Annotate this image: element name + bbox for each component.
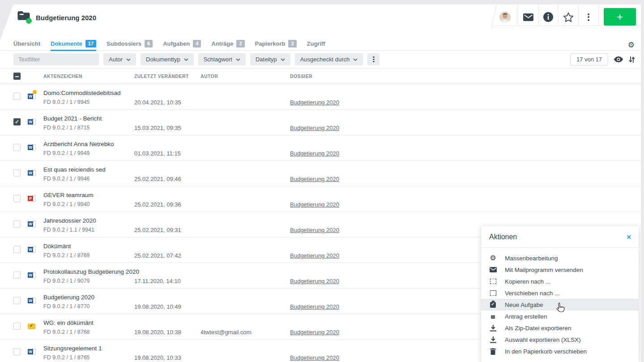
- document-title[interactable]: Arztbericht Anna Netrebko: [43, 141, 114, 147]
- row-checkbox[interactable]: [13, 220, 21, 228]
- dossier-link[interactable]: Budgetierung 2020: [290, 125, 339, 131]
- dossier-folder-icon: [17, 11, 30, 22]
- tab-label: Aufgaben: [163, 40, 190, 47]
- document-title[interactable]: Budget 2021 - Bericht: [43, 115, 102, 122]
- info-button[interactable]: [538, 4, 559, 26]
- word-file-icon: W: [28, 220, 36, 228]
- document-title[interactable]: Est quas reiciendis sed: [43, 166, 106, 173]
- select-all-checkbox[interactable]: [13, 73, 21, 80]
- dossier-link[interactable]: Budgetierung 2020: [290, 329, 339, 336]
- menu-item-kopieren[interactable]: Kopieren nach ...: [481, 276, 639, 287]
- document-title[interactable]: Protokollauszug Budgetierung 2020: [43, 268, 139, 275]
- word-file-icon: W: [28, 169, 36, 177]
- favorite-button[interactable]: [559, 4, 579, 26]
- tab-zugriff[interactable]: Zugriff: [307, 37, 325, 51]
- settings-gear-icon[interactable]: [628, 40, 635, 50]
- row-checkbox[interactable]: [13, 144, 21, 151]
- row-checkbox[interactable]: [13, 93, 21, 100]
- move-icon: [489, 290, 497, 296]
- document-reference: FD 9.0.2 / 1 / 8765: [43, 354, 90, 361]
- table-row[interactable]: W Budget 2021 - Bericht FD 9.0.2 / 1 / 8…: [0, 110, 641, 135]
- filter-schlagwort[interactable]: Schlagwort: [198, 53, 246, 65]
- filter-autor[interactable]: Autor: [103, 53, 136, 65]
- column-header: AKTENZEICHEN: [43, 73, 82, 79]
- menu-item-xlsx-export[interactable]: Auswahl exportieren (XLSX): [481, 334, 639, 345]
- row-checkbox[interactable]: [13, 297, 21, 304]
- header-wedge: [0, 4, 13, 40]
- dossier-link[interactable]: Budgetierung 2020: [290, 99, 339, 106]
- table-header: AKTENZEICHEN ZULETZT VERÄNDERT AUTOR DOS…: [0, 68, 641, 84]
- row-checkbox[interactable]: [13, 272, 21, 279]
- row-checkbox[interactable]: [13, 246, 21, 253]
- table-row[interactable]: P GEVER teamraum FD 9.0.2 / 1 / 9940 25.…: [0, 186, 641, 212]
- tab-dokumente[interactable]: Dokumente 17: [51, 37, 96, 51]
- row-checkbox[interactable]: [13, 118, 21, 125]
- row-checkbox[interactable]: [13, 195, 21, 202]
- download-icon: [489, 336, 497, 343]
- dossier-link[interactable]: Budgetierung 2020: [290, 150, 339, 157]
- add-button[interactable]: +: [604, 8, 636, 26]
- menu-item-label: Antrag erstellen: [505, 313, 547, 320]
- menu-item-massenbearbeitung[interactable]: Massenbearbeitung: [481, 252, 639, 264]
- dossier-link[interactable]: Budgetierung 2020: [290, 303, 339, 310]
- document-reference: FD 9.0.2 / 1 / 8768: [43, 329, 90, 335]
- modified-date: 25.02.2021, 09:46: [134, 176, 181, 182]
- tab-papierkorb[interactable]: Papierkorb 2: [255, 37, 297, 51]
- document-title[interactable]: Domo:Commodiistedebitisad: [43, 90, 121, 96]
- tab-antraege[interactable]: Anträge 2: [211, 37, 244, 51]
- document-reference: FD 9.0.2 / 1.1 / 9941: [43, 227, 94, 233]
- tab-aufgaben[interactable]: Aufgaben 4: [163, 37, 201, 51]
- tab-label: Übersicht: [13, 40, 40, 47]
- dossier-link[interactable]: Budgetierung 2020: [290, 278, 339, 284]
- table-row[interactable]: W Domo:Commodiistedebitisad FD 9.0.2 / 1…: [0, 84, 641, 110]
- dossier-link[interactable]: Budgetierung 2020: [290, 176, 339, 182]
- sort-icon[interactable]: [629, 56, 635, 63]
- menu-item-label: Kopieren nach ...: [505, 278, 550, 285]
- page-title: Budgetierung 2020: [36, 13, 96, 23]
- table-row[interactable]: W Est quas reiciendis sed FD 9.0.2 / 1 /…: [0, 161, 641, 186]
- mouse-cursor: [555, 302, 566, 316]
- dossier-link[interactable]: Budgetierung 2020: [290, 201, 339, 208]
- row-checkbox[interactable]: [13, 348, 21, 355]
- menu-item-verschieben[interactable]: Verschieben nach ...: [481, 287, 639, 299]
- menu-item-mailprogramm[interactable]: Mit Mailprogramm versenden: [481, 264, 639, 276]
- text-filter-input[interactable]: [13, 53, 99, 65]
- tab-subdossiers[interactable]: Subdossiers 6: [107, 37, 153, 51]
- filter-label: Dokumenttyp: [146, 56, 180, 63]
- document-reference: FD 9.0.2 / 1 / 8770: [43, 303, 90, 310]
- dossier-link[interactable]: Budgetierung 2020: [290, 227, 339, 233]
- tab-count-badge: 17: [85, 40, 96, 47]
- document-title[interactable]: Budgetierung 2020: [43, 294, 94, 301]
- modified-date: 25.02.2021, 09:36: [134, 201, 181, 208]
- mail-button[interactable]: [518, 4, 538, 26]
- dossier-link[interactable]: Budgetierung 2020: [290, 354, 339, 361]
- tab-label: Zugriff: [307, 40, 325, 47]
- document-title[interactable]: GEVER teamraum: [43, 192, 94, 198]
- tab-count-badge: 6: [145, 40, 153, 47]
- avatar-button[interactable]: [492, 4, 518, 26]
- tab-count-badge: 2: [288, 40, 296, 47]
- more-actions-button[interactable]: [579, 4, 599, 26]
- menu-item-zip-export[interactable]: Als Zip-Datei exportieren: [481, 322, 639, 334]
- filter-ausgecheckt-durch[interactable]: Ausgecheckt durch: [295, 53, 363, 65]
- dossier-link[interactable]: Budgetierung 2020: [290, 252, 339, 259]
- document-reference: FD 9.0.2 / 1 / 9949: [43, 150, 90, 156]
- filter-dateityp[interactable]: Dateityp: [250, 53, 290, 65]
- menu-item-papierkorb[interactable]: In den Papierkorb verschieben: [481, 345, 639, 357]
- document-title[interactable]: Jahresdossier 2020: [43, 217, 96, 224]
- document-title[interactable]: Sitzungsregelement 1: [43, 345, 102, 352]
- eye-icon[interactable]: [614, 56, 623, 62]
- row-checkbox[interactable]: [13, 169, 21, 177]
- close-icon[interactable]: ✕: [626, 233, 631, 241]
- more-filters-button[interactable]: [367, 53, 380, 65]
- menu-item-label: In den Papierkorb verschieben: [505, 348, 587, 355]
- tab-uebersicht[interactable]: Übersicht: [13, 37, 40, 51]
- filter-dokumenttyp[interactable]: Dokumenttyp: [141, 53, 194, 65]
- word-file-icon: W: [28, 144, 36, 151]
- table-row[interactable]: W Arztbericht Anna Netrebko FD 9.0.2 / 1…: [0, 135, 641, 161]
- row-checkbox[interactable]: [13, 323, 21, 330]
- word-file-icon: W: [28, 246, 36, 254]
- document-title[interactable]: WG: ein dökümänt: [43, 319, 94, 326]
- document-title[interactable]: Dökümänt: [43, 243, 71, 250]
- menu-item-label: Mit Mailprogramm versenden: [505, 267, 583, 273]
